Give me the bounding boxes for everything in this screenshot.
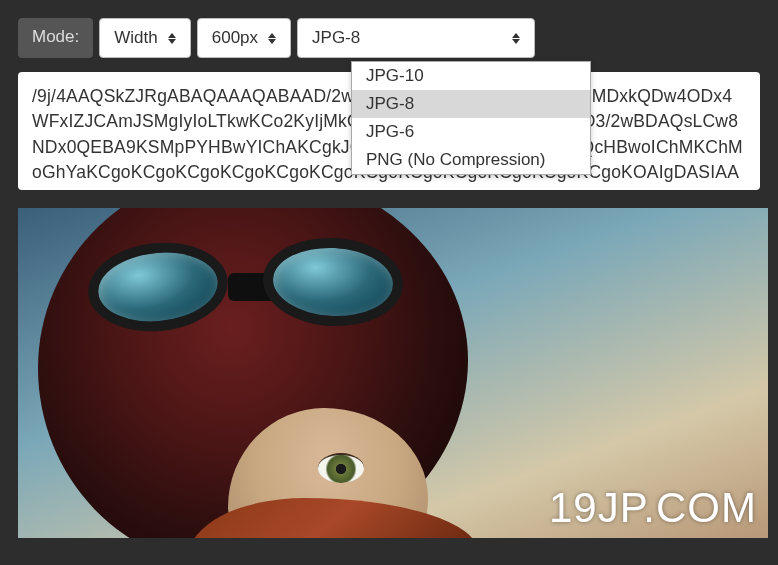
preview-image: 19JP.COM: [18, 208, 768, 538]
dimension-select-value: Width: [114, 28, 157, 48]
format-option-jpg6[interactable]: JPG-6: [352, 118, 590, 146]
format-option-jpg10[interactable]: JPG-10: [352, 62, 590, 90]
updown-caret-icon: [512, 31, 522, 45]
updown-caret-icon: [268, 31, 278, 45]
format-dropdown-list: JPG-10 JPG-8 JPG-6 PNG (No Compression): [351, 61, 591, 175]
size-select[interactable]: 600px: [197, 18, 291, 58]
format-option-png[interactable]: PNG (No Compression): [352, 146, 590, 174]
toolbar: Mode: Width 600px JPG-8 JPG-10 JPG-8 JPG…: [18, 18, 760, 58]
format-select[interactable]: JPG-8: [297, 18, 535, 58]
size-select-value: 600px: [212, 28, 258, 48]
format-option-jpg8[interactable]: JPG-8: [352, 90, 590, 118]
updown-caret-icon: [168, 31, 178, 45]
watermark: 19JP.COM: [549, 484, 757, 532]
format-select-value: JPG-8: [312, 28, 360, 48]
image-content: [318, 453, 364, 483]
image-content: [88, 238, 428, 333]
mode-label: Mode:: [18, 18, 93, 58]
dimension-select[interactable]: Width: [99, 18, 190, 58]
